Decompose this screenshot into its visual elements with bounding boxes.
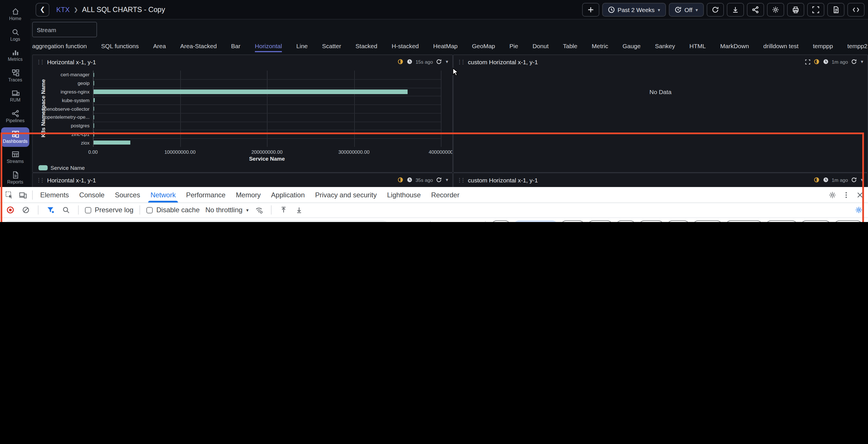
panel-header[interactable]: ⋮⋮ custom Horizontal x-1, y-1 1m ago ▼: [454, 55, 867, 68]
tab-stacked[interactable]: Stacked: [355, 40, 377, 52]
devtools-tab-network[interactable]: Network: [145, 187, 181, 202]
more-filters-button[interactable]: More filters: [436, 221, 470, 222]
tab-donut[interactable]: Donut: [532, 40, 549, 52]
chart-bar[interactable]: [94, 132, 94, 136]
tab-gauge[interactable]: Gauge: [623, 40, 641, 52]
tab-scatter[interactable]: Scatter: [322, 40, 341, 52]
chip-doc[interactable]: Doc: [561, 220, 584, 222]
print-button[interactable]: [787, 3, 804, 16]
panel-header[interactable]: ⋮⋮ Horizontal x-1, y-1 15s ago ▼: [33, 55, 453, 68]
tab-pie[interactable]: Pie: [509, 40, 518, 52]
disable-cache-checkbox[interactable]: Disable cache: [147, 206, 200, 214]
tab-markdown[interactable]: MarkDown: [720, 40, 749, 52]
sidebar-item-dashboards[interactable]: Dashboards: [1, 127, 29, 146]
device-toolbar-icon[interactable]: [16, 188, 30, 202]
chart-bar[interactable]: [94, 141, 130, 145]
chip-wasm[interactable]: Wasm: [801, 220, 831, 222]
clear-button[interactable]: [20, 203, 32, 217]
tab-drilldown-test[interactable]: drilldown test: [763, 40, 799, 52]
gear-icon[interactable]: [826, 188, 839, 202]
tab-h-stacked[interactable]: H-stacked: [392, 40, 419, 52]
checkbox-box[interactable]: [85, 207, 91, 213]
breadcrumb-org[interactable]: KTX: [56, 5, 70, 13]
devtools-tab-performance[interactable]: Performance: [181, 187, 230, 202]
sidebar-item-pipelines[interactable]: Pipelines: [1, 107, 29, 126]
panel-menu-caret-icon[interactable]: ▼: [860, 178, 864, 182]
tab-horizontal[interactable]: Horizontal: [255, 40, 282, 52]
export-har-button[interactable]: [293, 203, 305, 217]
tab-area[interactable]: Area: [153, 40, 166, 52]
panel-refresh-icon[interactable]: [851, 177, 857, 183]
chip-socket[interactable]: Socket: [766, 220, 797, 222]
back-button[interactable]: ❮: [36, 3, 50, 16]
panel-refresh-icon[interactable]: [851, 59, 857, 65]
devtools-tab-privacy-and-security[interactable]: Privacy and security: [310, 187, 382, 202]
devtools-tab-lighthouse[interactable]: Lighthouse: [382, 187, 426, 202]
tab-metric[interactable]: Metric: [592, 40, 608, 52]
chart-bar[interactable]: [94, 73, 94, 77]
chart-legend[interactable]: Service Name: [38, 165, 85, 171]
panel-header[interactable]: ⋮⋮ custom Horizontal x-1, y-1 1m ago ▼: [454, 173, 867, 186]
settings-button[interactable]: [767, 3, 784, 16]
panel-refresh-icon[interactable]: [436, 59, 442, 65]
chart-bar[interactable]: [94, 124, 94, 128]
tab-temppp[interactable]: temppp: [813, 40, 833, 52]
chip-js[interactable]: JS: [616, 220, 636, 222]
chip-all[interactable]: All: [492, 220, 510, 222]
code-button[interactable]: [847, 3, 865, 16]
sidebar-item-home[interactable]: Home: [1, 5, 29, 24]
network-settings-button[interactable]: [852, 203, 866, 217]
import-har-button[interactable]: [278, 203, 290, 217]
tab-tempp2[interactable]: tempp2: [847, 40, 867, 52]
filter-toggle-button[interactable]: [45, 203, 56, 217]
chip-css[interactable]: CSS: [588, 220, 613, 222]
search-button[interactable]: [60, 203, 72, 217]
tab-line[interactable]: Line: [296, 40, 308, 52]
chip-font[interactable]: Font: [639, 220, 663, 222]
chart-bar[interactable]: [94, 81, 94, 86]
download-button[interactable]: [727, 3, 744, 16]
checkbox-box[interactable]: [147, 207, 153, 213]
devtools-tab-memory[interactable]: Memory: [231, 187, 266, 202]
drag-handle-icon[interactable]: ⋮⋮: [457, 177, 464, 183]
sidebar-item-metrics[interactable]: Metrics: [1, 45, 29, 65]
chart-bar[interactable]: [94, 98, 95, 102]
sidebar-item-reports[interactable]: Reports: [1, 168, 29, 187]
tab-sankey[interactable]: Sankey: [655, 40, 675, 52]
sidebar-item-streams[interactable]: Streams: [1, 147, 29, 167]
chip-media[interactable]: Media: [693, 220, 722, 222]
tab-bar[interactable]: Bar: [231, 40, 241, 52]
drag-handle-icon[interactable]: ⋮⋮: [457, 59, 464, 65]
sidebar-item-logs[interactable]: Logs: [1, 25, 29, 44]
close-icon[interactable]: [853, 188, 867, 202]
chart-bar[interactable]: [94, 107, 94, 111]
tab-sql-functions[interactable]: SQL functions: [101, 40, 138, 52]
fullscreen-button[interactable]: [807, 3, 825, 16]
tab-html[interactable]: HTML: [689, 40, 706, 52]
devtools-tab-recorder[interactable]: Recorder: [426, 187, 465, 202]
chart-bar[interactable]: [94, 90, 408, 94]
export-button[interactable]: [827, 3, 844, 16]
chart-bar[interactable]: [94, 115, 94, 119]
refresh-button[interactable]: [707, 3, 724, 16]
network-conditions-button[interactable]: [253, 203, 265, 217]
panel-menu-caret-icon[interactable]: ▼: [445, 178, 449, 182]
throttling-dropdown[interactable]: No throttling▼: [206, 206, 249, 214]
sidebar-item-traces[interactable]: Traces: [1, 66, 29, 86]
panel-header[interactable]: ⋮⋮ Horizontal x-1, y-1 35s ago ▼: [33, 173, 453, 186]
panel-refresh-icon[interactable]: [436, 177, 442, 183]
tab-table[interactable]: Table: [563, 40, 577, 52]
tab-aggregation-function[interactable]: aggregation function: [32, 40, 87, 52]
chip-fetch-xhr[interactable]: Fetch/XHR: [514, 220, 558, 222]
devtools-tab-application[interactable]: Application: [266, 187, 310, 202]
auto-refresh-dropdown[interactable]: Off▼: [669, 3, 704, 16]
devtools-tab-elements[interactable]: Elements: [35, 187, 74, 202]
share-button[interactable]: [747, 3, 764, 16]
drag-handle-icon[interactable]: ⋮⋮: [36, 59, 43, 65]
devtools-tab-sources[interactable]: Sources: [110, 187, 145, 202]
panel-menu-caret-icon[interactable]: ▼: [445, 60, 449, 64]
inspect-icon[interactable]: [2, 188, 16, 202]
filter-input[interactable]: Filter: [5, 220, 388, 222]
add-panel-button[interactable]: [582, 3, 599, 16]
tab-heatmap[interactable]: HeatMap: [433, 40, 458, 52]
